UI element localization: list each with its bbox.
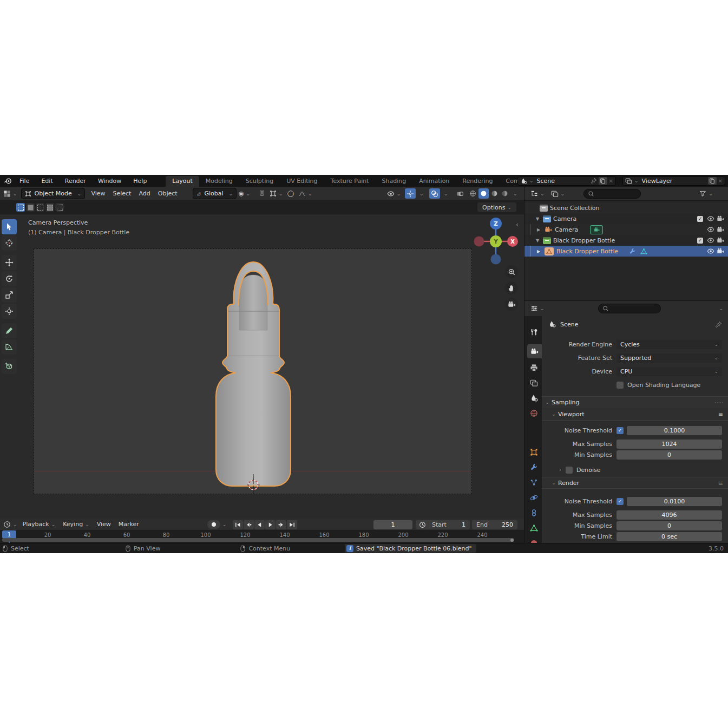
frame-start-field[interactable]: Start1 [428, 520, 470, 529]
scale-tool[interactable] [2, 287, 17, 303]
camera-visibility-icon[interactable] [717, 237, 724, 244]
menu-view-timeline[interactable]: View [93, 519, 115, 530]
tab-object[interactable] [526, 445, 542, 459]
preset-menu-icon[interactable]: ≡ [718, 480, 723, 487]
menu-add[interactable]: Add [135, 188, 154, 199]
axis-x-neg-handle[interactable] [474, 237, 484, 247]
viewport-max-samples-field[interactable]: 1024 [616, 440, 722, 449]
menu-render[interactable]: Render [59, 175, 92, 187]
tab-animation[interactable]: Animation [412, 176, 456, 187]
scene-selector[interactable]: ⌄ Scene ✕ [517, 176, 616, 186]
outliner-search-input[interactable] [583, 189, 641, 199]
options-dropdown[interactable]: Options⌄ [477, 202, 516, 212]
new-scene-button[interactable] [599, 177, 607, 185]
pin-icon[interactable] [591, 178, 597, 184]
preset-menu-icon[interactable]: ≡ [718, 411, 723, 418]
transform-tool[interactable] [2, 304, 17, 319]
frame-end-field[interactable]: End250 [472, 520, 517, 529]
tab-collection[interactable] [526, 427, 542, 441]
snap-toggle-button[interactable] [257, 188, 267, 199]
shading-wireframe-button[interactable] [468, 188, 478, 199]
shading-rendered-button[interactable] [500, 188, 510, 199]
menu-keying[interactable]: Keying⌄ [59, 519, 93, 530]
select-mode-new-button[interactable] [16, 203, 25, 212]
select-mode-extend-button[interactable] [26, 203, 35, 212]
show-overlays-button[interactable] [429, 188, 440, 199]
tab-constraints[interactable] [526, 506, 542, 520]
tab-modeling[interactable]: Modeling [199, 176, 239, 187]
zoom-button[interactable] [505, 265, 518, 278]
show-gizmo-button[interactable] [405, 188, 416, 199]
current-frame-field[interactable]: 1 [373, 520, 412, 529]
play-reverse-button[interactable] [254, 520, 265, 529]
tab-physics[interactable] [526, 490, 542, 504]
blender-logo-icon[interactable] [2, 176, 14, 186]
select-mode-invert-button[interactable] [45, 203, 54, 212]
pivot-point-button[interactable]: ◉⌄ [237, 188, 252, 199]
tab-rendering[interactable]: Rendering [456, 176, 499, 187]
viewport-min-samples-field[interactable]: 0 [616, 450, 722, 460]
tab-shading[interactable]: Shading [376, 176, 413, 187]
navigation-gizmo[interactable]: Z X Y [463, 215, 524, 267]
shading-material-button[interactable] [489, 188, 500, 199]
render-engine-dropdown[interactable]: Cycles⌄ [616, 340, 722, 349]
transform-orientation-dropdown[interactable]: ⊿ Global ⌄ [193, 188, 237, 199]
select-mode-subtract-button[interactable] [36, 203, 44, 212]
tab-tool[interactable] [526, 325, 542, 339]
outliner-filter-button[interactable]: ⌄ [698, 188, 714, 199]
menu-select[interactable]: Select [109, 188, 135, 199]
device-dropdown[interactable]: CPU⌄ [616, 367, 722, 376]
editor-type-button[interactable]: ⌄ [2, 188, 19, 199]
tab-sculpting[interactable]: Sculpting [239, 176, 280, 187]
move-tool[interactable] [2, 255, 17, 270]
properties-search-input[interactable] [598, 304, 661, 313]
remove-viewlayer-button[interactable]: ✕ [718, 178, 723, 184]
eye-icon[interactable] [707, 237, 714, 244]
add-cube-tool[interactable] [2, 359, 17, 374]
mesh-data-icon[interactable] [640, 248, 647, 255]
outliner-filter-images-button[interactable]: ⌄ [549, 188, 567, 199]
viewlayer-selector[interactable]: ⌄ ViewLayer ✕ [622, 176, 725, 186]
tab-render[interactable] [527, 344, 542, 358]
menu-playback[interactable]: Playback⌄ [19, 519, 60, 530]
tab-world[interactable] [526, 406, 542, 420]
outliner-row-bottle-collection[interactable]: ▼ Black Dropper Bottle ✓ [524, 235, 728, 246]
shading-settings-button[interactable]: ⌄ [509, 188, 519, 199]
outliner-row-camera-object[interactable]: ▶ Camera [524, 224, 728, 235]
camera-view-button[interactable] [505, 298, 518, 311]
snap-settings-button[interactable]: ⌄ [268, 188, 285, 199]
timeline-editor-type-button[interactable]: ⌄ [2, 519, 19, 529]
viewport-3d[interactable]: Camera Perspective (1) Camera | Black Dr… [0, 214, 524, 519]
prev-keyframe-button[interactable] [244, 520, 254, 529]
menu-file[interactable]: File [14, 175, 35, 187]
axis-z-handle[interactable]: Z [490, 218, 502, 229]
gizmo-settings-button[interactable]: ⌄ [416, 188, 425, 199]
denoise-row[interactable]: › Denoise [542, 465, 728, 475]
cursor-tool[interactable] [2, 235, 17, 251]
select-mode-intersect-button[interactable] [55, 203, 64, 212]
sidebar-collapse-arrow[interactable]: ‹ [516, 221, 519, 228]
exclude-checkbox[interactable]: ✓ [697, 216, 703, 222]
feature-set-dropdown[interactable]: Supported⌄ [616, 353, 722, 363]
eye-icon[interactable] [707, 226, 714, 233]
pin-icon[interactable] [715, 321, 722, 328]
camera-data-icon[interactable] [590, 225, 603, 234]
sampling-panel-header[interactable]: ⌄ Sampling ···· [542, 396, 728, 408]
tab-layout[interactable]: Layout [166, 176, 199, 187]
xray-toggle-button[interactable] [455, 188, 465, 199]
menu-marker[interactable]: Marker [115, 519, 143, 530]
modifier-wrench-icon[interactable] [629, 248, 636, 255]
show-object-types-button[interactable]: ⌄ [385, 188, 403, 199]
tab-texture-paint[interactable]: Texture Paint [324, 176, 376, 187]
timeline-ruler[interactable]: 20 40 60 80 100 120 140 160 180 200 220 … [0, 530, 524, 543]
disclosure-icon[interactable]: ▼ [534, 238, 541, 243]
osl-checkbox[interactable] [616, 382, 624, 389]
menu-view[interactable]: View [87, 188, 109, 199]
viewport-noise-threshold-field[interactable]: 0.1000 [627, 426, 722, 435]
exclude-checkbox[interactable]: ✓ [697, 238, 703, 244]
tab-view-layer[interactable] [526, 376, 542, 390]
proportional-edit-button[interactable]: ◯ [286, 188, 296, 199]
tab-object-data[interactable] [526, 521, 542, 535]
eye-icon[interactable] [707, 247, 714, 255]
jump-to-start-button[interactable] [233, 520, 243, 529]
